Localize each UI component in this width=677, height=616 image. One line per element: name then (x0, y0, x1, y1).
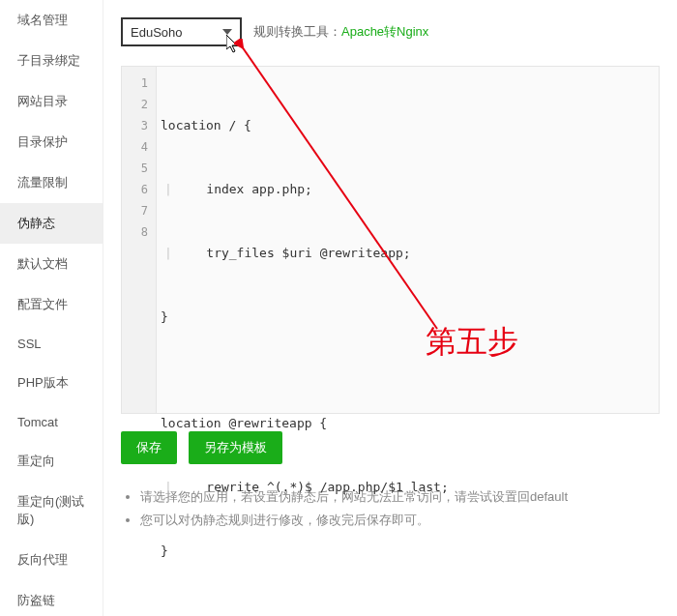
line-number: 3 (122, 115, 156, 136)
sidebar-item-traffic[interactable]: 流量限制 (0, 162, 103, 203)
line-number: 2 (122, 94, 156, 115)
cursor-icon (226, 35, 242, 54)
sidebar-item-php[interactable]: PHP版本 (0, 363, 103, 403)
sidebar-item-redirect-beta[interactable]: 重定向(测试版) (0, 482, 103, 540)
line-number: 7 (122, 200, 156, 221)
sidebar-item-domain[interactable]: 域名管理 (0, 0, 103, 41)
sidebar-item-config[interactable]: 配置文件 (0, 284, 103, 325)
code-line: } (161, 307, 659, 328)
code-line: | index app.php; (161, 179, 659, 200)
convert-label: 规则转换工具： (253, 24, 341, 39)
code-line: | try_files $uri @rewriteapp; (161, 243, 659, 264)
template-select[interactable]: EduSoho (121, 17, 242, 46)
sidebar-item-rewrite[interactable]: 伪静态 (0, 203, 103, 244)
code-line: location / { (161, 115, 659, 136)
template-select-value: EduSoho (131, 25, 222, 40)
sidebar-item-hotlink[interactable]: 防盗链 (0, 580, 103, 616)
sidebar-item-tomcat[interactable]: Tomcat (0, 403, 103, 441)
line-number: 4 (122, 136, 156, 158)
sidebar: 域名管理 子目录绑定 网站目录 目录保护 流量限制 伪静态 默认文档 配置文件 … (0, 0, 103, 616)
sidebar-item-defaultdoc[interactable]: 默认文档 (0, 244, 103, 284)
line-number: 5 (122, 158, 156, 179)
sidebar-item-proxy[interactable]: 反向代理 (0, 540, 103, 580)
code-line: | rewrite ^(.*)$ /app.php/$1 last; (161, 477, 659, 498)
code-editor[interactable]: 1 2 3 4 5 6 7 8 location / { | index app… (121, 66, 660, 414)
convert-tool-row: 规则转换工具：Apache转Nginx (253, 23, 428, 41)
code-line: } (161, 541, 659, 562)
code-gutter: 1 2 3 4 5 6 7 8 (122, 67, 157, 413)
chevron-down-icon (222, 29, 232, 35)
line-number: 1 (122, 73, 156, 94)
convert-link[interactable]: Apache转Nginx (341, 24, 428, 39)
top-row: EduSoho 规则转换工具：Apache转Nginx (121, 17, 660, 46)
sidebar-item-dirprotect[interactable]: 目录保护 (0, 122, 103, 162)
sidebar-item-ssl[interactable]: SSL (0, 325, 103, 363)
code-line: location @rewriteapp { (161, 413, 659, 434)
line-number: 8 (122, 221, 156, 243)
line-number: 6 (122, 179, 156, 200)
main-content: EduSoho 规则转换工具：Apache转Nginx 1 2 3 4 5 6 … (103, 0, 677, 549)
code-body[interactable]: location / { | index app.php; | try_file… (157, 67, 659, 413)
sidebar-item-redirect[interactable]: 重定向 (0, 441, 103, 482)
sidebar-item-subdir[interactable]: 子目录绑定 (0, 41, 103, 81)
sidebar-item-webdir[interactable]: 网站目录 (0, 81, 103, 122)
